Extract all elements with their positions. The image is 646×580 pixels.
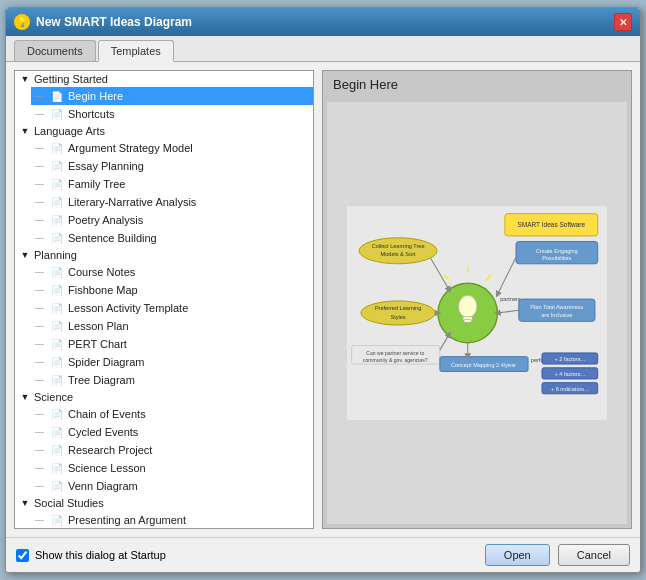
item-label: Literary-Narrative Analysis <box>68 196 196 208</box>
doc-icon: 📄 <box>50 319 64 333</box>
open-button[interactable]: Open <box>485 544 550 566</box>
svg-text:+ 2 factors...: + 2 factors... <box>554 356 585 362</box>
tree-item-sentence-building[interactable]: — 📄 Sentence Building <box>31 229 313 247</box>
svg-text:Concept Mapping 2.4/year: Concept Mapping 2.4/year <box>451 362 516 368</box>
svg-text:Styles: Styles <box>390 314 405 320</box>
expand-icon: ▼ <box>19 73 31 85</box>
tab-templates[interactable]: Templates <box>98 40 174 62</box>
tree-item-venn-diagram[interactable]: — 📄 Venn Diagram <box>31 477 313 495</box>
svg-text:+ 4 factors...: + 4 factors... <box>554 371 585 377</box>
svg-rect-6 <box>464 320 471 323</box>
item-label: Family Tree <box>68 178 125 190</box>
item-label: Cycled Events <box>68 426 138 438</box>
group-language-arts: ▼ Language Arts — 📄 Argument Strategy Mo… <box>15 123 313 247</box>
group-label: Planning <box>34 249 77 261</box>
doc-icon: 📄 <box>50 107 64 121</box>
doc-icon: 📄 <box>50 425 64 439</box>
tree-item-shortcuts[interactable]: — 📄 Shortcuts <box>31 105 313 123</box>
svg-text:Can we partner service to: Can we partner service to <box>366 350 424 356</box>
tab-documents[interactable]: Documents <box>14 40 96 61</box>
dash-icon: — <box>35 445 44 455</box>
item-label: Poetry Analysis <box>68 214 143 226</box>
cancel-button[interactable]: Cancel <box>558 544 630 566</box>
social-studies-children: — 📄 Presenting an Argument — 📄 Timeline <box>15 511 313 529</box>
doc-icon: 📄 <box>50 301 64 315</box>
tree-item-argument-strategy[interactable]: — 📄 Argument Strategy Model <box>31 139 313 157</box>
item-label: Science Lesson <box>68 462 146 474</box>
tree-item-course-notes[interactable]: — 📄 Course Notes <box>31 263 313 281</box>
dash-icon: — <box>35 481 44 491</box>
doc-icon: 📄 <box>50 231 64 245</box>
title-bar: 💡 New SMART Ideas Diagram ✕ <box>6 8 640 36</box>
doc-icon: 📄 <box>50 195 64 209</box>
checkbox-area: Show this dialog at Startup <box>16 549 166 562</box>
item-label: Fishbone Map <box>68 284 138 296</box>
tree-pane[interactable]: ▼ Getting Started — 📄 Begin Here — 📄 Sho… <box>14 70 314 529</box>
doc-icon: 📄 <box>50 177 64 191</box>
dash-icon: — <box>35 409 44 419</box>
dash-icon: — <box>35 267 44 277</box>
doc-icon: 📄 <box>50 265 64 279</box>
tree-item-research-project[interactable]: — 📄 Research Project <box>31 441 313 459</box>
svg-text:Collect Learning Tree: Collect Learning Tree <box>372 243 425 249</box>
item-label: Course Notes <box>68 266 135 278</box>
svg-text:Create Engaging: Create Engaging <box>536 248 578 254</box>
expand-icon: ▼ <box>19 391 31 403</box>
startup-checkbox[interactable] <box>16 549 29 562</box>
svg-text:Preferred Learning: Preferred Learning <box>375 305 421 311</box>
main-content: ▼ Getting Started — 📄 Begin Here — 📄 Sho… <box>6 62 640 537</box>
svg-point-4 <box>458 295 477 317</box>
doc-icon: 📄 <box>50 337 64 351</box>
group-language-arts-label[interactable]: ▼ Language Arts <box>15 123 313 139</box>
tree-item-fishbone-map[interactable]: — 📄 Fishbone Map <box>31 281 313 299</box>
tree-item-lesson-plan[interactable]: — 📄 Lesson Plan <box>31 317 313 335</box>
dash-icon: — <box>35 285 44 295</box>
expand-icon: ▼ <box>19 249 31 261</box>
doc-icon: 📄 <box>50 141 64 155</box>
tree-item-family-tree[interactable]: — 📄 Family Tree <box>31 175 313 193</box>
group-science: ▼ Science — 📄 Chain of Events — 📄 Cycled… <box>15 389 313 495</box>
svg-text:community & gov. agencies?: community & gov. agencies? <box>363 357 428 363</box>
dash-icon: — <box>35 375 44 385</box>
dash-icon: — <box>35 233 44 243</box>
tree-item-tree-diagram[interactable]: — 📄 Tree Diagram <box>31 371 313 389</box>
planning-children: — 📄 Course Notes — 📄 Fishbone Map — 📄 Le… <box>15 263 313 389</box>
doc-icon: 📄 <box>50 373 64 387</box>
dash-icon: — <box>35 215 44 225</box>
tree-item-spider-diagram[interactable]: — 📄 Spider Diagram <box>31 353 313 371</box>
dash-icon: — <box>35 357 44 367</box>
dash-icon: — <box>35 109 44 119</box>
tree-item-chain-of-events[interactable]: — 📄 Chain of Events <box>31 405 313 423</box>
dash-icon: — <box>35 143 44 153</box>
group-planning-label[interactable]: ▼ Planning <box>15 247 313 263</box>
group-social-studies-label[interactable]: ▼ Social Studies <box>15 495 313 511</box>
tree-item-poetry-analysis[interactable]: — 📄 Poetry Analysis <box>31 211 313 229</box>
dash-icon: — <box>35 463 44 473</box>
group-planning: ▼ Planning — 📄 Course Notes — 📄 Fishbone… <box>15 247 313 389</box>
expand-icon: ▼ <box>19 125 31 137</box>
tree-item-literary-narrative[interactable]: — 📄 Literary-Narrative Analysis <box>31 193 313 211</box>
tree-item-presenting-argument[interactable]: — 📄 Presenting an Argument <box>31 511 313 529</box>
group-getting-started-label[interactable]: ▼ Getting Started <box>15 71 313 87</box>
dash-icon: — <box>35 197 44 207</box>
item-label: Lesson Plan <box>68 320 129 332</box>
tree-item-cycled-events[interactable]: — 📄 Cycled Events <box>31 423 313 441</box>
tree-item-science-lesson[interactable]: — 📄 Science Lesson <box>31 459 313 477</box>
close-button[interactable]: ✕ <box>614 13 632 31</box>
dash-icon: — <box>35 321 44 331</box>
group-label: Getting Started <box>34 73 108 85</box>
button-area: Open Cancel <box>485 544 630 566</box>
tree-item-lesson-activity[interactable]: — 📄 Lesson Activity Template <box>31 299 313 317</box>
tree-item-pert-chart[interactable]: — 📄 PERT Chart <box>31 335 313 353</box>
group-science-label[interactable]: ▼ Science <box>15 389 313 405</box>
tree-item-essay-planning[interactable]: — 📄 Essay Planning <box>31 157 313 175</box>
svg-text:+ 6 indicators...: + 6 indicators... <box>551 386 589 392</box>
dialog-title: New SMART Ideas Diagram <box>36 15 192 29</box>
preview-image-area: SMART Ideas Software Collect Learning Tr… <box>327 102 627 524</box>
dash-icon: — <box>35 179 44 189</box>
svg-text:Possibilities: Possibilities <box>542 255 571 261</box>
group-social-studies: ▼ Social Studies — 📄 Presenting an Argum… <box>15 495 313 529</box>
group-getting-started: ▼ Getting Started — 📄 Begin Here — 📄 Sho… <box>15 71 313 123</box>
doc-icon: 📄 <box>50 213 64 227</box>
tree-item-begin-here[interactable]: — 📄 Begin Here <box>31 87 313 105</box>
